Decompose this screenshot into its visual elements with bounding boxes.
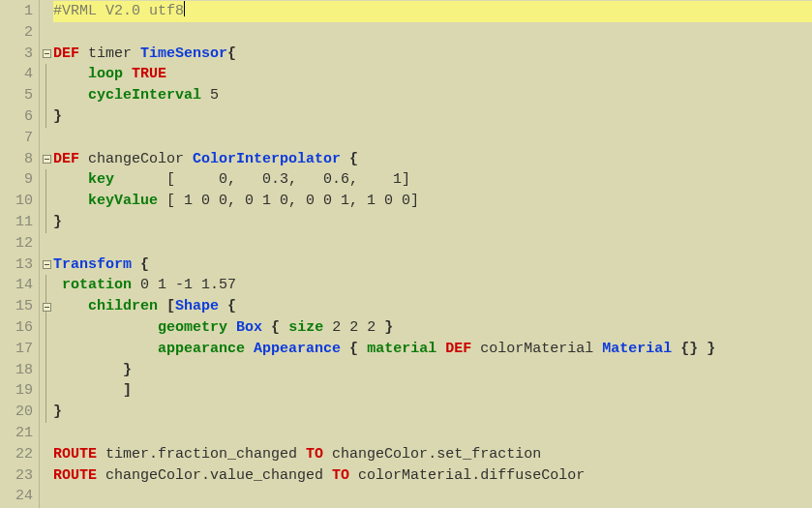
line-number: 8 [0,149,39,170]
fold-toggle-icon[interactable] [43,49,51,58]
token-punct: } [53,108,62,125]
line-number: 15 [0,296,39,317]
code-line[interactable]: } [53,212,812,233]
token-punct: { [349,151,358,167]
token-keyword: ROUTE [53,446,97,463]
token-identifier: colorMaterial.diffuseColor [358,467,585,484]
token-field: appearance [158,341,245,357]
line-number: 2 [0,22,39,44]
text-cursor [184,1,185,16]
code-line[interactable]: rotation 0 1 -1 1.57 [53,275,812,296]
code-line[interactable]: appearance Appearance { material DEF col… [53,339,812,360]
token-field: size [288,319,323,336]
code-line[interactable] [53,423,812,444]
code-line[interactable]: #VRML V2.0 utf8 [53,1,812,22]
token-keyword: TO [306,446,323,463]
line-number: 5 [0,85,39,106]
line-number: 17 [0,339,39,360]
token-text: 2 2 2 [323,319,384,336]
token-punct: } [123,362,132,378]
code-line[interactable]: } [53,402,812,423]
line-number: 9 [0,169,39,191]
token-identifier: colorMaterial [480,341,602,357]
code-line[interactable]: ROUTE changeColor.value_changed TO color… [53,465,812,487]
token-text: [ 0, 0.3, 0.6, 1] [114,171,410,188]
token-field: geometry [158,319,227,336]
line-number: 16 [0,317,39,339]
line-number: 12 [0,233,39,254]
code-line[interactable]: children [Shape { [53,296,812,317]
fold-toggle-icon[interactable] [43,260,51,269]
token-identifier: changeColor.value_changed [105,467,332,484]
token-field: material [367,341,436,357]
token-field: loop [88,66,123,82]
code-line[interactable]: geometry Box { size 2 2 2 } [53,317,812,339]
token-punct: { [349,341,358,357]
token-keyword: DEF [53,45,79,62]
line-number: 22 [0,444,39,465]
line-number: 7 [0,128,39,149]
token-punct: ] [123,382,132,399]
token-field: keyValue [88,193,158,209]
code-line[interactable] [53,486,812,507]
code-line[interactable]: DEF timer TimeSensor{ [53,44,812,65]
line-number: 4 [0,64,39,85]
token-field: rotation [62,277,132,293]
code-line[interactable]: cycleInterval 5 [53,85,812,106]
token-type: Transform [53,256,132,273]
code-line[interactable] [53,22,812,44]
fold-toggle-icon[interactable] [43,155,51,164]
token-identifier: timer [88,45,140,62]
token-punct: } [384,319,393,336]
token-keyword: DEF [53,151,79,167]
code-line[interactable]: DEF changeColor ColorInterpolator { [53,149,812,170]
token-punct: { [227,298,236,314]
token-number: 5 [210,87,219,104]
code-line[interactable] [53,128,812,149]
line-number: 11 [0,212,39,233]
code-area[interactable]: #VRML V2.0 utf8 DEF timer TimeSensor{ lo… [53,0,812,508]
token-keyword: ROUTE [53,467,97,484]
code-editor: 1 2 3 4 5 6 7 8 9 10 11 12 13 14 15 16 1… [0,0,812,508]
code-line[interactable]: } [53,106,812,128]
token-punct: } [53,214,62,230]
line-number: 13 [0,254,39,276]
token-field: key [88,171,114,188]
line-number: 18 [0,360,39,381]
token-type: Box [236,319,262,336]
token-field: cycleInterval [88,87,201,104]
code-line[interactable]: ] [53,380,812,402]
code-line[interactable]: ROUTE timer.fraction_changed TO changeCo… [53,444,812,465]
line-number: 14 [0,275,39,296]
code-line[interactable]: key [ 0, 0.3, 0.6, 1] [53,169,812,191]
token-punct: {} [680,341,698,357]
fold-margin [40,0,53,508]
line-number: 6 [0,106,39,128]
line-number: 24 [0,486,39,507]
code-line[interactable] [53,233,812,254]
token-keyword: DEF [445,341,471,357]
token-punct: { [140,256,149,273]
line-number: 23 [0,465,39,487]
code-line[interactable]: } [53,360,812,381]
fold-toggle-icon[interactable] [43,303,51,312]
token-comment: #VRML V2.0 utf8 [53,3,184,19]
token-identifier: changeColor [88,151,193,167]
line-number: 10 [0,191,39,212]
token-field: children [88,298,158,314]
code-line[interactable]: loop TRUE [53,64,812,85]
token-punct: } [53,403,62,420]
code-line[interactable]: Transform { [53,254,812,276]
token-punct: } [707,341,715,357]
token-type: Appearance [254,341,341,357]
token-keyword: TRUE [132,66,166,82]
code-line[interactable]: keyValue [ 1 0 0, 0 1 0, 0 0 1, 1 0 0] [53,191,812,212]
line-number: 21 [0,423,39,444]
token-keyword: TO [332,467,349,484]
token-type: ColorInterpolator [193,151,341,167]
token-type: TimeSensor [140,45,227,62]
line-number: 1 [0,1,39,22]
token-text: 0 1 -1 1.57 [132,277,236,293]
token-type: Shape [175,298,219,314]
token-identifier: timer.fraction_changed [105,446,306,463]
